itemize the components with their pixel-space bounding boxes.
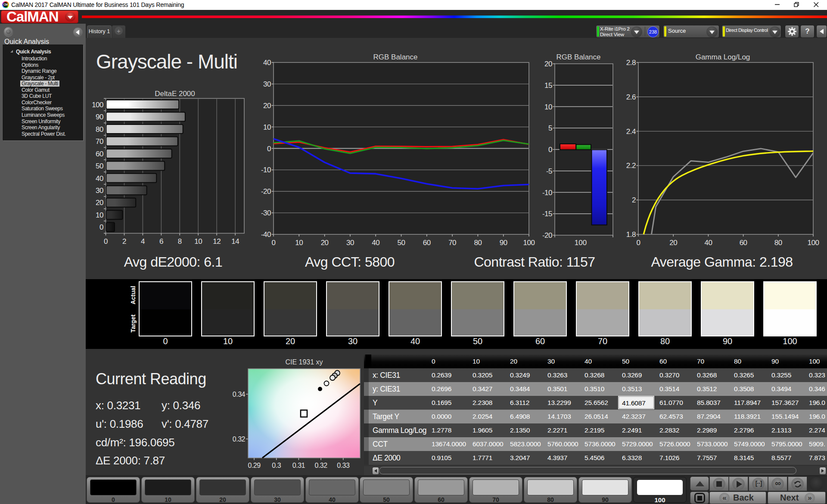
svg-text:2.2: 2.2 bbox=[626, 162, 636, 170]
svg-text:CIE 1931 xy: CIE 1931 xy bbox=[285, 358, 323, 366]
svg-text:0.33: 0.33 bbox=[337, 462, 350, 469]
svg-text:-10: -10 bbox=[542, 189, 552, 197]
svg-text:90: 90 bbox=[500, 239, 507, 247]
svg-text:60: 60 bbox=[96, 150, 103, 158]
svg-text:20: 20 bbox=[321, 239, 329, 247]
svg-text:40: 40 bbox=[704, 239, 712, 247]
svg-text:20: 20 bbox=[669, 239, 677, 247]
svg-text:40: 40 bbox=[96, 174, 103, 183]
svg-text:2: 2 bbox=[122, 237, 126, 246]
svg-text:100: 100 bbox=[523, 239, 535, 247]
svg-text:60: 60 bbox=[740, 239, 747, 247]
svg-text:-5: -5 bbox=[546, 167, 552, 175]
svg-text:0.32: 0.32 bbox=[315, 462, 328, 469]
svg-text:DeltaE 2000: DeltaE 2000 bbox=[155, 90, 195, 98]
svg-text:20: 20 bbox=[263, 102, 271, 110]
svg-text:10: 10 bbox=[295, 239, 303, 247]
svg-text:100: 100 bbox=[575, 239, 587, 247]
svg-text:40: 40 bbox=[372, 239, 379, 247]
svg-text:6: 6 bbox=[159, 237, 163, 246]
svg-text:0: 0 bbox=[548, 146, 552, 154]
svg-text:-20: -20 bbox=[542, 231, 552, 240]
svg-text:0: 0 bbox=[637, 239, 640, 247]
svg-text:30: 30 bbox=[263, 80, 271, 88]
svg-text:2.8: 2.8 bbox=[626, 59, 636, 67]
svg-text:4: 4 bbox=[141, 237, 145, 246]
svg-text:-20: -20 bbox=[261, 187, 271, 196]
svg-text:50: 50 bbox=[398, 239, 405, 247]
svg-text:100: 100 bbox=[808, 239, 819, 247]
svg-text:2.6: 2.6 bbox=[626, 93, 636, 101]
svg-text:2.4: 2.4 bbox=[626, 128, 636, 136]
svg-text:2: 2 bbox=[632, 196, 636, 204]
svg-text:0: 0 bbox=[272, 239, 276, 247]
svg-text:0: 0 bbox=[104, 237, 108, 246]
svg-text:-10: -10 bbox=[261, 166, 271, 174]
svg-text:10: 10 bbox=[544, 103, 552, 111]
svg-text:-40: -40 bbox=[261, 230, 271, 239]
svg-text:10: 10 bbox=[194, 237, 202, 246]
svg-text:30: 30 bbox=[346, 239, 354, 247]
svg-text:15: 15 bbox=[544, 81, 552, 90]
svg-text:0: 0 bbox=[267, 145, 271, 153]
svg-text:70: 70 bbox=[448, 239, 456, 247]
svg-text:Gamma Log/Log: Gamma Log/Log bbox=[696, 53, 750, 61]
svg-text:-15: -15 bbox=[542, 210, 552, 218]
svg-text:0.32: 0.32 bbox=[233, 436, 246, 443]
svg-text:100: 100 bbox=[92, 101, 103, 109]
svg-text:80: 80 bbox=[774, 239, 782, 247]
svg-text:1.8: 1.8 bbox=[626, 230, 636, 239]
svg-text:8: 8 bbox=[178, 237, 182, 246]
svg-text:20: 20 bbox=[544, 60, 552, 68]
svg-text:0.34: 0.34 bbox=[233, 391, 246, 398]
svg-text:RGB Balance: RGB Balance bbox=[373, 53, 418, 61]
svg-text:90: 90 bbox=[96, 113, 103, 121]
svg-text:-30: -30 bbox=[261, 209, 271, 217]
svg-text:40: 40 bbox=[263, 59, 271, 67]
svg-text:14: 14 bbox=[231, 237, 239, 246]
svg-text:80: 80 bbox=[96, 125, 103, 134]
svg-text:0.31: 0.31 bbox=[292, 462, 305, 469]
svg-text:RGB Balance: RGB Balance bbox=[557, 53, 601, 61]
svg-text:30: 30 bbox=[96, 187, 103, 195]
svg-text:5: 5 bbox=[548, 124, 552, 132]
svg-text:12: 12 bbox=[213, 237, 221, 246]
svg-text:80: 80 bbox=[474, 239, 482, 247]
svg-text:60: 60 bbox=[423, 239, 431, 247]
svg-text:10: 10 bbox=[263, 123, 271, 131]
svg-text:50: 50 bbox=[96, 162, 103, 170]
svg-text:20: 20 bbox=[96, 199, 103, 207]
svg-text:0.29: 0.29 bbox=[248, 462, 261, 469]
svg-text:70: 70 bbox=[96, 137, 103, 146]
svg-text:10: 10 bbox=[96, 211, 103, 219]
svg-text:0: 0 bbox=[99, 223, 103, 231]
svg-text:0.3: 0.3 bbox=[272, 462, 281, 469]
